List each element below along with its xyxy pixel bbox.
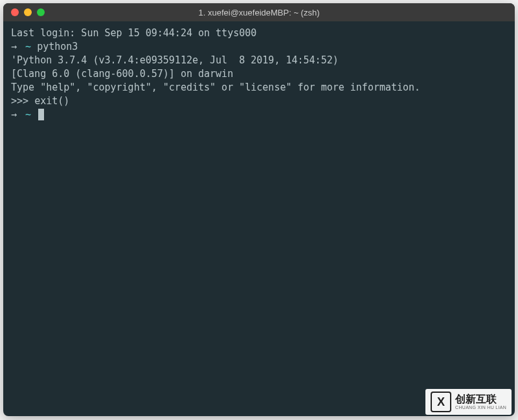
minimize-icon[interactable] (24, 8, 32, 16)
watermark-en: CHUANG XIN HU LIAN (455, 405, 506, 410)
terminal-line-prompt: → ~ python3 (11, 40, 507, 54)
command-text: python3 (37, 41, 78, 52)
watermark-logo-letter: X (437, 395, 445, 409)
python-command: exit() (34, 95, 69, 107)
cursor-icon (38, 109, 44, 120)
prompt-tilde: ~ (25, 41, 31, 52)
window-title: 1. xuefei@xuefeideMBP: ~ (zsh) (3, 8, 515, 17)
watermark-logo-icon: X (431, 392, 451, 412)
terminal-window: 1. xuefei@xuefeideMBP: ~ (zsh) Last logi… (3, 3, 515, 416)
traffic-lights (3, 8, 45, 16)
close-icon[interactable] (11, 8, 19, 16)
title-bar: 1. xuefei@xuefeideMBP: ~ (zsh) (3, 3, 515, 21)
watermark-text: 创新互联 CHUANG XIN HU LIAN (455, 393, 506, 410)
terminal-line-prompt-active: → ~ (11, 108, 507, 122)
prompt-tilde: ~ (25, 109, 31, 120)
watermark-cn: 创新互联 (455, 393, 506, 405)
prompt-arrow-icon: → (11, 41, 17, 52)
prompt-arrow-icon: → (11, 109, 17, 120)
watermark: X 创新互联 CHUANG XIN HU LIAN (425, 389, 512, 415)
terminal-line-python-version: 'Python 3.7.4 (v3.7.4:e09359112e, Jul 8 … (11, 54, 507, 67)
terminal-body[interactable]: Last login: Sun Sep 15 09:44:24 on ttys0… (3, 21, 515, 416)
terminal-line-python-prompt: >>> exit() (11, 94, 507, 108)
terminal-line-python-clang: [Clang 6.0 (clang-600.0.57)] on darwin (11, 67, 507, 81)
terminal-line-last-login: Last login: Sun Sep 15 09:44:24 on ttys0… (11, 27, 507, 40)
maximize-icon[interactable] (37, 8, 45, 16)
python-prompt: >>> (11, 95, 34, 107)
terminal-line-python-help: Type "help", "copyright", "credits" or "… (11, 81, 507, 94)
